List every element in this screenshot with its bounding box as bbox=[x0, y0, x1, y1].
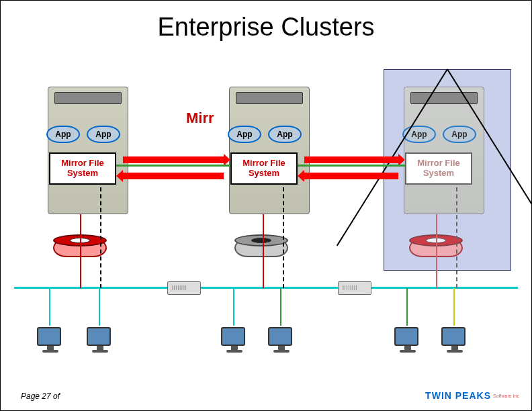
mfs-label-line2: System bbox=[67, 168, 98, 178]
network-bus bbox=[14, 287, 518, 289]
server-1 bbox=[41, 87, 135, 214]
server-2 bbox=[222, 87, 316, 214]
app-badge: App bbox=[443, 126, 476, 143]
client-link-cyan bbox=[233, 288, 234, 326]
server-drive bbox=[236, 92, 303, 104]
replication-arrow-left bbox=[123, 173, 224, 179]
slide-title: Enterprise Clusters bbox=[1, 13, 531, 42]
server-drive bbox=[54, 92, 122, 104]
replication-arrow-right bbox=[123, 156, 224, 163]
mfs-label-line1: Mirror File bbox=[417, 158, 460, 168]
app-badge: App bbox=[228, 126, 261, 143]
server-link-dashed bbox=[283, 187, 285, 288]
mirror-file-system-box: Mirror File System bbox=[405, 152, 472, 185]
server-3 bbox=[397, 87, 491, 214]
client-monitor-icon bbox=[87, 327, 114, 354]
server-link-dashed bbox=[100, 187, 102, 288]
app-badge: App bbox=[268, 126, 302, 143]
mfs-label-line1: Mirror File bbox=[61, 158, 104, 168]
server-link-dashed-faded bbox=[456, 187, 458, 288]
server-chassis bbox=[229, 87, 310, 214]
server-chassis bbox=[48, 87, 128, 214]
logo-text: TWIN PEAKS bbox=[425, 390, 491, 401]
client-link-cyan bbox=[99, 288, 100, 326]
mfs-label-line1: Mirror File bbox=[242, 158, 285, 168]
client-monitor-icon bbox=[268, 327, 295, 354]
client-monitor-icon bbox=[221, 327, 248, 354]
app-badge: App bbox=[87, 126, 120, 143]
server-chassis bbox=[404, 87, 484, 214]
replication-arrow-right bbox=[304, 156, 398, 163]
client-link-yellow bbox=[453, 288, 455, 326]
disk-gray bbox=[234, 234, 288, 261]
page-number: Page 27 of bbox=[21, 392, 60, 401]
server-link-red-faded bbox=[436, 214, 437, 288]
green-link bbox=[298, 165, 405, 167]
client-monitor-icon bbox=[441, 327, 468, 354]
server-link-red bbox=[263, 214, 264, 288]
client-monitor-icon bbox=[37, 327, 64, 354]
mfs-label-line2: System bbox=[423, 168, 454, 178]
logo-subtext: Software Inc bbox=[493, 394, 519, 398]
replication-arrow-left bbox=[304, 173, 398, 179]
client-link-green bbox=[280, 288, 281, 326]
mirror-ring-label: Mirr bbox=[186, 109, 214, 127]
client-monitor-icon bbox=[394, 327, 421, 354]
mirror-file-system-box: Mirror File System bbox=[49, 152, 116, 185]
router-icon bbox=[338, 281, 371, 295]
green-link bbox=[116, 165, 230, 167]
mfs-label-line2: System bbox=[249, 168, 279, 178]
client-link-cyan bbox=[49, 288, 50, 326]
server-link-red bbox=[80, 214, 81, 288]
app-badge: App bbox=[46, 126, 80, 143]
router-icon bbox=[167, 281, 201, 295]
mirror-file-system-box: Mirror File System bbox=[230, 152, 298, 185]
client-link-green bbox=[406, 288, 408, 326]
